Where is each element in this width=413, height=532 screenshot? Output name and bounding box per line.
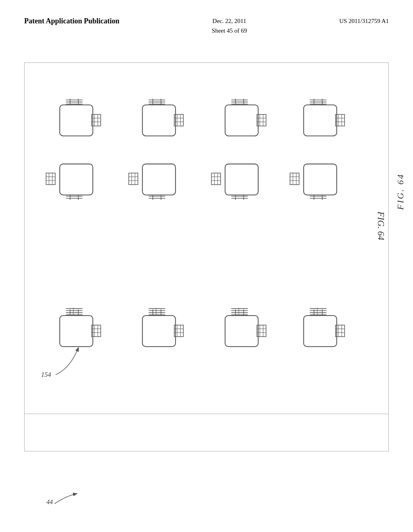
- svg-rect-118: [225, 316, 258, 347]
- publication-date-sheet: Dec. 22, 2011 Sheet 45 of 69: [212, 16, 247, 35]
- publication-date: Dec. 22, 2011: [213, 18, 246, 24]
- svg-rect-64: [211, 173, 221, 185]
- arrow-44-svg: [54, 492, 87, 508]
- svg-rect-69: [225, 164, 258, 195]
- page-header: Patent Application Publication Dec. 22, …: [0, 16, 413, 35]
- svg-text:FIG. 64: FIG. 64: [376, 211, 386, 240]
- sheet-info: Sheet 45 of 69: [212, 27, 247, 34]
- svg-rect-92: [60, 316, 93, 347]
- svg-rect-105: [142, 316, 175, 347]
- svg-rect-44: [46, 173, 55, 185]
- svg-rect-79: [304, 164, 337, 195]
- svg-rect-74: [290, 173, 299, 185]
- publication-title: Patent Application Publication: [24, 16, 119, 26]
- svg-rect-5: [60, 105, 93, 136]
- publication-number: US 2011/312759 A1: [339, 16, 389, 26]
- svg-rect-27: [225, 105, 258, 136]
- svg-rect-49: [60, 164, 93, 195]
- diagram-svg: FIG. 64: [25, 63, 388, 451]
- figure-label: FIG. 64: [395, 173, 406, 210]
- main-diagram-area: FIG. 64: [24, 62, 389, 451]
- svg-rect-59: [142, 164, 175, 195]
- svg-rect-38: [304, 105, 337, 136]
- label-44: 44: [46, 499, 53, 506]
- svg-rect-131: [304, 316, 337, 347]
- svg-rect-54: [129, 173, 138, 185]
- svg-rect-16: [142, 105, 175, 136]
- svg-text:154: 154: [41, 371, 51, 378]
